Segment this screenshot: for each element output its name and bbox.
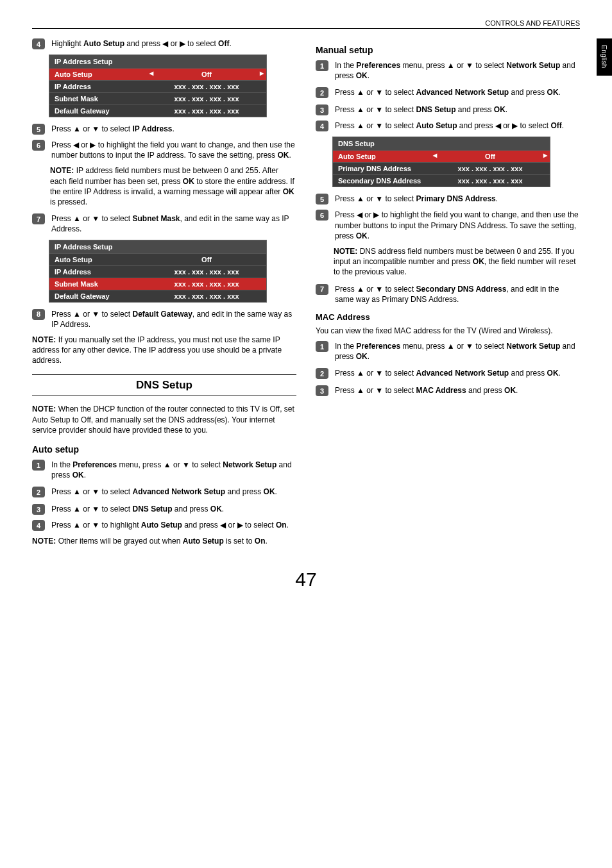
table-label: Auto Setup [49,254,147,265]
table-label: Default Gateway [49,105,147,117]
step-text: Press ▲ or ▼ to select DNS Setup and pre… [51,504,296,515]
step-text: Press ▲ or ▼ to select Advanced Network … [335,87,580,98]
manual-step-3: 3 Press ▲ or ▼ to select DNS Setup and p… [316,104,580,115]
auto-step-1: 1 In the Preferences menu, press ▲ or ▼ … [32,460,296,480]
table-title: IP Address Setup [49,240,266,253]
step-4: 4 Highlight Auto Setup and press ◀ or ▶ … [32,38,296,49]
note-grayed-out: NOTE: Other items will be grayed out whe… [32,536,296,546]
step-6: 6 Press ◀ or ▶ to highlight the field yo… [32,140,296,160]
dns-setup-heading: DNS Setup [32,374,296,396]
note-dns-range: NOTE: DNS address field numbers must be … [334,246,580,278]
language-tab: English [597,38,612,76]
step-text: In the Preferences menu, press ▲ or ▼ to… [51,460,296,480]
auto-step-4: 4 Press ▲ or ▼ to highlight Auto Setup a… [32,520,296,531]
step-badge: 3 [316,104,328,115]
step-badge: 8 [32,309,45,320]
table-label: Subnet Mask [49,93,147,104]
table-row: Auto SetupOff [333,150,550,162]
table-value: Off [147,69,266,80]
table-row: Default Gatewayxxx . xxx . xxx . xxx [49,104,266,117]
step-badge: 1 [32,460,45,471]
table-value: xxx . xxx . xxx . xxx [147,290,266,302]
table-row: Secondary DNS Addressxxx . xxx . xxx . x… [333,174,550,187]
manual-setup-subheading: Manual setup [316,45,580,55]
table-row: Subnet Maskxxx . xxx . xxx . xxx [49,92,266,104]
step-badge: 5 [32,124,45,135]
step-text: In the Preferences menu, press ▲ or ▼ to… [335,60,580,81]
step-badge: 3 [32,504,45,515]
table-value: xxx . xxx . xxx . xxx [147,266,266,278]
table-label: IP Address [49,266,147,278]
step-badge: 6 [32,140,45,151]
step-5: 5 Press ▲ or ▼ to select IP Address. [32,124,296,135]
mac-address-heading: MAC Address [316,312,580,322]
table-label: Subnet Mask [49,278,147,290]
table-row: IP Addressxxx . xxx . xxx . xxx [49,80,266,92]
step-text: Press ◀ or ▶ to highlight the field you … [51,140,296,160]
table-row: Auto SetupOff [49,68,266,80]
step-badge: 1 [316,60,328,71]
step-7: 7 Press ▲ or ▼ to select Subnet Mask, an… [32,213,296,234]
step-text: Press ▲ or ▼ to select Advanced Network … [51,487,296,497]
ip-address-setup-table-1: IP Address SetupAuto SetupOffIP Addressx… [49,54,267,117]
table-value: Off [430,151,550,162]
step-text: Highlight Auto Setup and press ◀ or ▶ to… [51,38,296,49]
step-text: Press ▲ or ▼ to select DNS Setup and pre… [335,104,580,115]
table-value: xxx . xxx . xxx . xxx [147,105,266,117]
auto-setup-subheading: Auto setup [32,444,296,455]
note-ip-range: NOTE: IP address field numbers must be b… [50,165,296,207]
step-text: Press ▲ or ▼ to select Secondary DNS Add… [335,284,580,305]
step-text: Press ▲ or ▼ to select Default Gateway, … [51,309,296,330]
table-title: DNS Setup [333,137,550,150]
page-number: 47 [32,569,580,590]
right-column: Manual setup 1 In the Preferences menu, … [316,38,580,556]
header-rule [32,28,580,29]
mac-step-2: 2 Press ▲ or ▼ to select Advanced Networ… [316,368,580,379]
auto-step-2: 2 Press ▲ or ▼ to select Advanced Networ… [32,487,296,497]
step-text: Press ▲ or ▼ to select Auto Setup and pr… [335,121,580,131]
step-badge: 4 [316,121,328,131]
ip-address-setup-table-2: IP Address SetupAuto SetupOffIP Addressx… [49,240,267,303]
table-row: Default Gatewayxxx . xxx . xxx . xxx [49,290,266,302]
table-label: Auto Setup [333,151,430,162]
left-column: 4 Highlight Auto Setup and press ◀ or ▶ … [32,38,296,556]
step-text: Press ▲ or ▼ to select Subnet Mask, and … [51,213,296,234]
note-dhcp: NOTE: When the DHCP function of the rout… [32,404,296,435]
step-text: Press ▲ or ▼ to select Advanced Network … [335,368,580,379]
mac-intro: You can view the fixed MAC address for t… [316,326,580,336]
step-8: 8 Press ▲ or ▼ to select Default Gateway… [32,309,296,330]
step-badge: 6 [316,210,328,221]
step-text: In the Preferences menu, press ▲ or ▼ to… [335,341,580,362]
table-row: IP Addressxxx . xxx . xxx . xxx [49,265,266,278]
table-value: Off [147,254,266,265]
step-badge: 2 [316,368,328,379]
table-value: xxx . xxx . xxx . xxx [430,175,550,187]
table-value: xxx . xxx . xxx . xxx [147,81,266,92]
table-label: Default Gateway [49,290,147,302]
step-text: Press ◀ or ▶ to highlight the field you … [335,210,580,241]
manual-step-6: 6 Press ◀ or ▶ to highlight the field yo… [316,210,580,241]
table-value: xxx . xxx . xxx . xxx [430,163,550,174]
table-label: Secondary DNS Address [333,175,430,187]
step-badge: 2 [32,487,45,497]
table-row: Primary DNS Addressxxx . xxx . xxx . xxx [333,162,550,174]
step-text: Press ▲ or ▼ to select IP Address. [51,124,296,135]
mac-step-1: 1 In the Preferences menu, press ▲ or ▼ … [316,341,580,362]
table-title: IP Address Setup [49,55,266,68]
step-badge: 5 [316,194,328,204]
header-text: CONTROLS AND FEATURES [32,19,580,28]
step-badge: 3 [316,385,328,396]
manual-step-5: 5 Press ▲ or ▼ to select Primary DNS Add… [316,194,580,204]
mac-step-3: 3 Press ▲ or ▼ to select MAC Address and… [316,385,580,396]
step-text: Press ▲ or ▼ to highlight Auto Setup and… [51,520,296,531]
table-label: Primary DNS Address [333,163,430,174]
manual-step-7: 7 Press ▲ or ▼ to select Secondary DNS A… [316,284,580,305]
auto-step-3: 3 Press ▲ or ▼ to select DNS Setup and p… [32,504,296,515]
step-badge: 4 [32,520,45,531]
step-text: Press ▲ or ▼ to select MAC Address and p… [335,385,580,396]
step-badge: 1 [316,341,328,352]
table-row: Subnet Maskxxx . xxx . xxx . xxx [49,278,266,290]
step-badge: 4 [32,38,45,49]
dns-setup-table: DNS SetupAuto SetupOffPrimary DNS Addres… [332,137,550,187]
table-value: xxx . xxx . xxx . xxx [147,93,266,104]
